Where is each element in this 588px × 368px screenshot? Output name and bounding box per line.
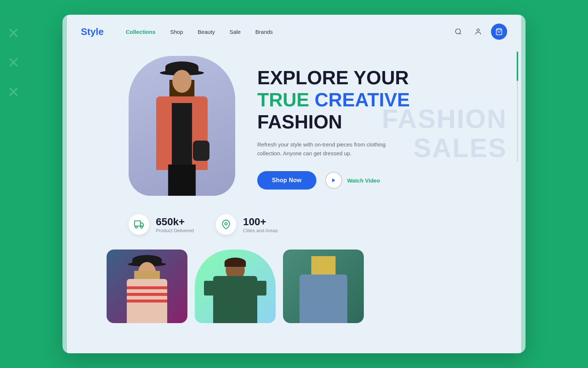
stat-delivery-number: 650k+ bbox=[156, 216, 194, 228]
nav-collections[interactable]: Collections bbox=[126, 29, 155, 35]
model-legs bbox=[168, 164, 196, 196]
stat-deliveries: 650k+ Product Delivered bbox=[129, 214, 194, 235]
card-2-figure bbox=[195, 250, 276, 323]
scrollbar-thumb bbox=[517, 52, 518, 81]
watermark-line2: SALES bbox=[382, 134, 507, 163]
svg-marker-6 bbox=[140, 223, 143, 226]
stat-cities: 100+ Cities and Areas bbox=[216, 214, 278, 235]
card1-stripe3 bbox=[127, 300, 167, 302]
hero-model bbox=[129, 56, 235, 196]
hero-description: Refresh your style with on-trend pieces … bbox=[257, 140, 397, 158]
hero-image bbox=[129, 56, 235, 196]
svg-point-9 bbox=[225, 223, 227, 225]
cart-button[interactable] bbox=[491, 24, 507, 40]
stat-cities-number: 100+ bbox=[243, 216, 278, 228]
card1-body bbox=[127, 279, 167, 323]
product-card-2[interactable] bbox=[195, 250, 276, 323]
card2-hair bbox=[225, 258, 246, 267]
svg-line-1 bbox=[460, 33, 461, 35]
card-1-person bbox=[118, 253, 176, 323]
card3-body bbox=[300, 275, 347, 323]
bottom-cards bbox=[62, 246, 526, 323]
watermark-line1: FASHION bbox=[382, 105, 507, 134]
truck-icon bbox=[134, 220, 144, 229]
stat-delivery-label: Product Delivered bbox=[156, 228, 194, 233]
svg-point-7 bbox=[135, 226, 137, 228]
model-figure bbox=[145, 60, 219, 196]
shop-now-button[interactable]: Shop Now bbox=[257, 171, 316, 190]
navbar: Style Collections Shop Beauty Sale Brand… bbox=[62, 15, 526, 49]
card2-arms bbox=[204, 281, 266, 296]
card-3-person bbox=[294, 253, 353, 323]
card-2-person bbox=[206, 253, 265, 323]
nav-brands[interactable]: Brands bbox=[255, 29, 273, 35]
stat-delivery-text: 650k+ Product Delivered bbox=[156, 216, 194, 233]
svg-point-2 bbox=[477, 29, 480, 32]
svg-point-0 bbox=[456, 29, 460, 34]
svg-rect-5 bbox=[135, 221, 140, 226]
user-icon bbox=[474, 28, 482, 35]
nav-icons bbox=[451, 24, 507, 40]
card1-stripe1 bbox=[127, 286, 167, 289]
hero-actions: Shop Now Watch Video bbox=[257, 171, 507, 190]
hero-section: EXPLORE YOUR TRUE CREATIVE FASHION Refre… bbox=[62, 49, 526, 207]
headline-true: TRUE bbox=[257, 89, 309, 110]
svg-marker-4 bbox=[332, 178, 335, 183]
card-3-figure bbox=[283, 250, 364, 323]
delivery-icon-circle bbox=[129, 214, 149, 235]
model-bag bbox=[193, 141, 209, 161]
svg-point-8 bbox=[140, 226, 142, 228]
watch-video-button[interactable]: Watch Video bbox=[325, 172, 380, 189]
nav-beauty[interactable]: Beauty bbox=[198, 29, 215, 35]
product-card-1[interactable] bbox=[107, 250, 187, 323]
watch-video-label: Watch Video bbox=[347, 177, 380, 184]
scrollbar-track[interactable] bbox=[517, 52, 518, 162]
search-icon bbox=[455, 28, 462, 35]
model-head bbox=[172, 70, 191, 93]
headline-fashion: FASHION bbox=[257, 111, 342, 132]
product-card-3[interactable] bbox=[283, 250, 364, 323]
location-pin-icon bbox=[221, 220, 231, 229]
main-container: Style Collections Shop Beauty Sale Brand… bbox=[62, 15, 526, 353]
stat-cities-text: 100+ Cities and Areas bbox=[243, 216, 278, 233]
stats-section: 650k+ Product Delivered 100+ Cities and … bbox=[62, 207, 526, 246]
model-inner-top bbox=[172, 103, 192, 171]
cart-icon bbox=[495, 28, 503, 35]
brand-logo: Style bbox=[81, 26, 104, 38]
play-icon-circle bbox=[325, 172, 342, 189]
headline-line1: EXPLORE YOUR bbox=[257, 67, 409, 88]
account-button[interactable] bbox=[471, 25, 485, 39]
stat-cities-label: Cities and Areas bbox=[243, 228, 278, 233]
card1-stripe2 bbox=[127, 293, 167, 296]
nav-sale[interactable]: Sale bbox=[230, 29, 241, 35]
play-icon bbox=[331, 178, 336, 183]
search-button[interactable] bbox=[451, 25, 465, 39]
location-icon-circle bbox=[216, 214, 236, 235]
card-1-figure bbox=[107, 250, 187, 323]
nav-shop[interactable]: Shop bbox=[170, 29, 183, 35]
nav-links: Collections Shop Beauty Sale Brands bbox=[126, 29, 451, 35]
fashion-watermark: FASHION SALES bbox=[382, 105, 507, 163]
